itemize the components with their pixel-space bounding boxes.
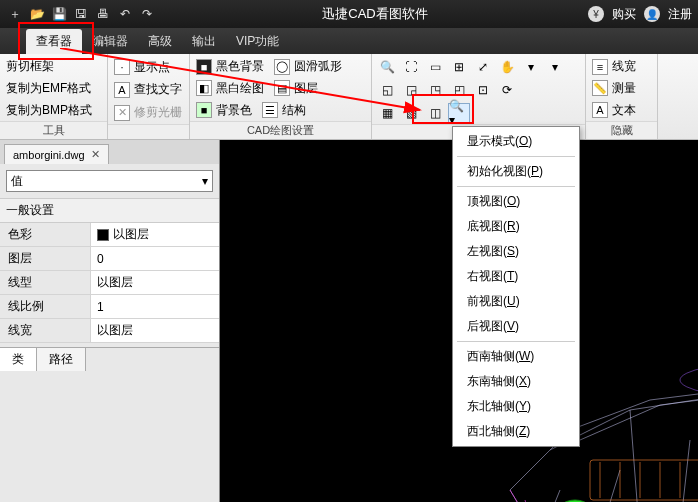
structure-btn[interactable]: ☰结构 — [260, 101, 308, 120]
property-selector[interactable]: 值 ▾ — [6, 170, 213, 192]
app-title: 迅捷CAD看图软件 — [162, 5, 588, 23]
measure-icon: 📏 — [592, 80, 608, 96]
menu-item[interactable]: 显示模式(O) — [453, 129, 579, 154]
tab-vip[interactable]: VIP功能 — [226, 29, 289, 54]
nav-2-icon[interactable]: ◲ — [400, 80, 422, 100]
bgcolor-icon: ■ — [196, 102, 212, 118]
open-icon[interactable]: 📂 — [28, 5, 46, 23]
register-link[interactable]: 注册 — [668, 6, 692, 23]
copy-emf[interactable]: 复制为EMF格式 — [4, 79, 103, 98]
menu-item[interactable]: 前视图(U) — [453, 289, 579, 314]
view-dropdown-menu: 显示模式(O)初始化视图(P)顶视图(O)底视图(R)左视图(S)右视图(T)前… — [452, 126, 580, 447]
redo-icon[interactable]: ↷ — [138, 5, 156, 23]
find-text[interactable]: A查找文字 — [112, 80, 185, 99]
property-value[interactable]: 以图层 — [90, 319, 219, 342]
property-key: 线宽 — [0, 319, 90, 342]
menu-item[interactable]: 后视图(V) — [453, 314, 579, 339]
currency-icon: ¥ — [588, 6, 604, 22]
property-row[interactable]: 图层0 — [0, 247, 219, 271]
nav-4-icon[interactable]: ◰ — [448, 80, 470, 100]
sel-2-icon[interactable]: ▧ — [400, 103, 422, 123]
pan-icon[interactable]: ✋ — [496, 57, 518, 77]
menu-item[interactable]: 东北轴侧(Y) — [453, 394, 579, 419]
text-btn[interactable]: A文本 — [590, 101, 653, 120]
new-icon[interactable]: ＋ — [6, 5, 24, 23]
nav-3-icon[interactable]: ◳ — [424, 80, 446, 100]
property-key: 色彩 — [0, 223, 90, 246]
struct-icon: ☰ — [262, 102, 278, 118]
svg-rect-4 — [590, 460, 698, 500]
svg-point-1 — [680, 362, 698, 398]
properties-panel: amborgini.dwg ✕ 值 ▾ 一般设置 色彩以图层图层0线型以图层线比… — [0, 140, 220, 502]
trim-raster: ✕修剪光栅 — [112, 103, 185, 122]
menu-item[interactable]: 顶视图(O) — [453, 189, 579, 214]
property-row[interactable]: 线比例1 — [0, 295, 219, 319]
zoom-out-icon[interactable]: ⤢ — [472, 57, 494, 77]
doc-filename: amborgini.dwg — [13, 149, 85, 161]
text-icon: A — [592, 102, 608, 118]
menu-separator — [457, 341, 575, 342]
prop-tab-path[interactable]: 路径 — [37, 348, 86, 371]
linewidth-btn[interactable]: ≡线宽 — [590, 57, 653, 76]
menu-separator — [457, 186, 575, 187]
close-tab-icon[interactable]: ✕ — [91, 148, 100, 161]
sel-1-icon[interactable]: ▦ — [376, 103, 398, 123]
bw-icon: ◧ — [196, 80, 212, 96]
prop-tab-class[interactable]: 类 — [0, 348, 37, 371]
tab-output[interactable]: 输出 — [182, 29, 226, 54]
measure-btn[interactable]: 📏测量 — [590, 79, 653, 98]
property-row[interactable]: 线宽以图层 — [0, 319, 219, 343]
property-value[interactable]: 以图层 — [90, 223, 219, 246]
menu-item[interactable]: 西南轴侧(W) — [453, 344, 579, 369]
zoom-fit-icon[interactable]: ▭ — [424, 57, 446, 77]
dropdown-2[interactable]: ▾ — [544, 57, 566, 77]
menu-bar: 查看器 编辑器 高级 输出 VIP功能 — [0, 28, 698, 54]
menu-item[interactable]: 西北轴侧(Z) — [453, 419, 579, 444]
sel-3-icon[interactable]: ◫ — [424, 103, 446, 123]
property-value[interactable]: 0 — [90, 247, 219, 270]
zoom-extent-icon[interactable]: ⊞ — [448, 57, 470, 77]
blackbg-icon: ■ — [196, 59, 212, 75]
zoom-window-icon[interactable]: ⛶ — [400, 57, 422, 77]
nav-6-icon[interactable]: ⟳ — [496, 80, 518, 100]
zoom-in-icon[interactable]: 🔍 — [376, 57, 398, 77]
layers-btn[interactable]: ▤图层 — [272, 79, 320, 98]
bw-draw[interactable]: ◧黑白绘图 — [194, 79, 266, 98]
save-icon[interactable]: 💾 — [50, 5, 68, 23]
print-icon[interactable]: 🖶 — [94, 5, 112, 23]
nav-1-icon[interactable]: ◱ — [376, 80, 398, 100]
property-value[interactable]: 以图层 — [90, 271, 219, 294]
property-row[interactable]: 线型以图层 — [0, 271, 219, 295]
menu-item[interactable]: 右视图(T) — [453, 264, 579, 289]
undo-icon[interactable]: ↶ — [116, 5, 134, 23]
copy-bmp[interactable]: 复制为BMP格式 — [4, 101, 103, 120]
property-row[interactable]: 色彩以图层 — [0, 223, 219, 247]
dropdown-1[interactable]: ▾ — [520, 57, 542, 77]
menu-item[interactable]: 左视图(S) — [453, 239, 579, 264]
layer-icon: ▤ — [274, 80, 290, 96]
show-points[interactable]: ·显示点 — [112, 58, 185, 77]
property-value[interactable]: 1 — [90, 295, 219, 318]
trim-icon: ✕ — [114, 105, 130, 121]
tab-advanced[interactable]: 高级 — [138, 29, 182, 54]
ribbon: 剪切框架 复制为EMF格式 复制为BMP格式 工具 ·显示点 A查找文字 ✕修剪… — [0, 54, 698, 140]
section-general: 一般设置 — [0, 198, 219, 223]
view-mode-dropdown[interactable]: 🔍▾ — [448, 103, 470, 123]
menu-item[interactable]: 初始化视图(P) — [453, 159, 579, 184]
menu-item[interactable]: 底视图(R) — [453, 214, 579, 239]
title-bar: ＋ 📂 💾 🖫 🖶 ↶ ↷ 迅捷CAD看图软件 ¥ 购买 👤 注册 — [0, 0, 698, 28]
cut-frame[interactable]: 剪切框架 — [4, 57, 103, 76]
menu-item[interactable]: 东南轴侧(X) — [453, 369, 579, 394]
group-label-cad: CAD绘图设置 — [190, 121, 371, 139]
tab-viewer[interactable]: 查看器 — [26, 29, 82, 54]
smooth-arc[interactable]: ◯圆滑弧形 — [272, 57, 344, 76]
nav-5-icon[interactable]: ⊡ — [472, 80, 494, 100]
black-bg[interactable]: ■黑色背景 — [194, 57, 266, 76]
buy-link[interactable]: 购买 — [612, 6, 636, 23]
saveas-icon[interactable]: 🖫 — [72, 5, 90, 23]
group-label-hide: 隐藏 — [586, 121, 657, 139]
doc-tab[interactable]: amborgini.dwg ✕ — [4, 144, 109, 164]
tab-editor[interactable]: 编辑器 — [82, 29, 138, 54]
bg-color[interactable]: ■背景色 — [194, 101, 254, 120]
chevron-down-icon: ▾ — [202, 174, 208, 188]
